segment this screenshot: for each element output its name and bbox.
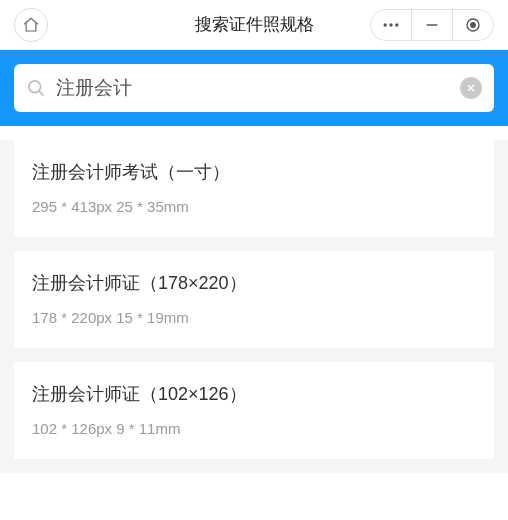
result-item[interactable]: 注册会计师考试（一寸） 295 * 413px 25 * 35mm [14, 140, 494, 237]
svg-line-7 [39, 91, 44, 96]
result-title: 注册会计师证（102×126） [32, 382, 476, 406]
search-input[interactable] [46, 77, 460, 99]
capsule-minimize-button[interactable] [412, 9, 452, 41]
result-detail: 102 * 126px 9 * 11mm [32, 420, 476, 437]
search-icon [26, 78, 46, 98]
search-area [0, 50, 508, 126]
capsule-bar [370, 9, 494, 41]
capsule-close-button[interactable] [453, 9, 493, 41]
minus-icon [424, 17, 440, 33]
svg-point-1 [389, 23, 392, 26]
title-bar: 搜索证件照规格 [0, 0, 508, 50]
home-icon [22, 16, 40, 34]
capsule-more-button[interactable] [371, 9, 411, 41]
clear-search-button[interactable] [460, 77, 482, 99]
result-item[interactable]: 注册会计师证（102×126） 102 * 126px 9 * 11mm [14, 362, 494, 459]
svg-point-6 [29, 81, 41, 93]
close-icon [466, 83, 476, 93]
home-button[interactable] [14, 8, 48, 42]
target-icon [464, 16, 482, 34]
results-list: 注册会计师考试（一寸） 295 * 413px 25 * 35mm 注册会计师证… [0, 140, 508, 473]
svg-point-5 [471, 22, 476, 27]
result-item[interactable]: 注册会计师证（178×220） 178 * 220px 15 * 19mm [14, 251, 494, 348]
svg-point-2 [395, 23, 398, 26]
result-detail: 178 * 220px 15 * 19mm [32, 309, 476, 326]
result-title: 注册会计师证（178×220） [32, 271, 476, 295]
search-box [14, 64, 494, 112]
result-detail: 295 * 413px 25 * 35mm [32, 198, 476, 215]
result-title: 注册会计师考试（一寸） [32, 160, 476, 184]
more-icon [381, 15, 401, 35]
svg-point-0 [384, 23, 387, 26]
